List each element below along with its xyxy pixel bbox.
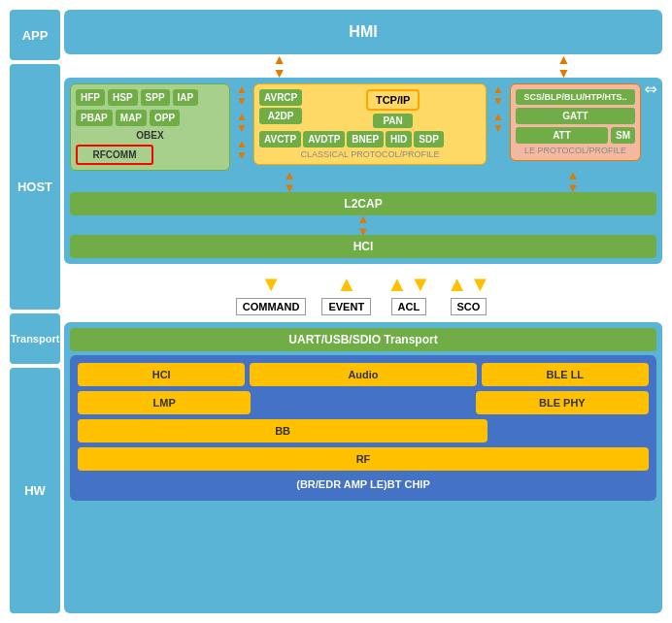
l2cap-arrows: ▲ ▼ ▲ ▼: [70, 175, 656, 188]
bt-profiles-area: HFP HSP SPP IAP PBAP MAP OPP OBEX RFCOMM: [70, 83, 230, 171]
a2dp-box: A2DP: [259, 108, 302, 124]
command-label: COMMAND: [236, 298, 307, 315]
transport-label: Transport: [10, 313, 60, 364]
hw-hci-box: HCI: [78, 363, 245, 386]
spp-box: SPP: [141, 89, 170, 106]
le-arrow-2: ▲ ▼: [492, 111, 504, 134]
chip-label: (BR/EDR AMP LE)BT CHIP: [78, 475, 649, 493]
diagram-container: APP HOST Transport HW HMI ▲ ▼ ▲ ▼: [0, 0, 672, 623]
app-label: APP: [10, 10, 60, 60]
bcs-box: SCS/BLP/BLU/HTP/HTS..: [516, 89, 635, 105]
le-arrow-1: ▲ ▼: [492, 83, 504, 107]
pbap-box: PBAP: [76, 110, 113, 126]
classical-label: CLASSICAL PROTOCOL/PROFILE: [259, 149, 481, 159]
classical-row2: AVCTP AVDTP BNEP HID SDP: [259, 131, 481, 148]
acl-up-arrow: ▲: [386, 272, 408, 297]
host-label: HOST: [10, 64, 60, 310]
hw-label: HW: [10, 368, 60, 613]
sm-box: SM: [611, 127, 635, 144]
bnep-box: BNEP: [347, 131, 384, 148]
hw-bb-box: BB: [78, 419, 487, 443]
sco-label: SCO: [451, 298, 487, 315]
event-group: ▲ EVENT: [321, 272, 371, 315]
proto-arrow-3: ▲ ▼: [236, 138, 248, 161]
le-label: LE PROTOCOL/PROFILE: [516, 146, 635, 155]
hw-audio-box: Audio: [250, 363, 476, 386]
hw-lmp-box: LMP: [78, 391, 251, 414]
command-down-arrow: ▼: [260, 272, 282, 297]
sco-group: ▲ ▼ SCO: [447, 272, 491, 315]
map-box: MAP: [116, 110, 147, 126]
obex-label: OBEX: [76, 130, 224, 141]
hmi-arrow-1: ▲ ▼: [273, 52, 286, 80]
host-section: HFP HSP SPP IAP PBAP MAP OPP OBEX RFCOMM: [64, 78, 662, 264]
iap-box: IAP: [173, 89, 199, 106]
hid-box: HID: [386, 131, 412, 148]
tcp-box: TCP/IP: [366, 89, 420, 111]
hw-row-1: HCI Audio BLE LL: [78, 363, 649, 386]
transport-section: ▼ COMMAND ▲ EVENT ▲ ▼ ACL: [64, 268, 662, 318]
le-protocol-area: SCS/BLP/BLU/HTP/HTS.. GATT ATT SM LE PRO…: [510, 83, 641, 161]
inner-arrows-2: ▲ ▼ ▲ ▼: [490, 83, 506, 134]
opp-box: OPP: [150, 110, 180, 126]
rfcomm-box: RFCOMM: [76, 145, 153, 165]
avdtp-box: AVDTP: [303, 131, 345, 148]
hmi-bar: HMI: [64, 10, 662, 54]
event-up-arrow: ▲: [336, 272, 357, 297]
sco-up-arrow: ▲: [447, 272, 468, 297]
acl-group: ▲ ▼ ACL: [386, 272, 431, 315]
proto-arrow-2: ▲ ▼: [236, 111, 248, 134]
pan-box: PAN: [373, 114, 412, 128]
command-group: ▼ COMMAND: [236, 272, 307, 315]
hfp-box: HFP: [76, 89, 105, 106]
hci-arrows: ▲ ▼: [70, 219, 656, 231]
hmi-arrows: ▲ ▼ ▲ ▼: [64, 58, 662, 74]
avctp-box: AVCTP: [259, 131, 301, 148]
right-blue-arrow: ⇕: [645, 83, 656, 96]
classical-protocol-area: AVRCP A2DP TCP/IP PAN AVCTP AVDTP BNEP H…: [253, 83, 487, 165]
profiles-row2: PBAP MAP OPP: [76, 110, 224, 126]
hmi-arrow-2: ▲ ▼: [556, 52, 570, 80]
hci-bar: HCI: [70, 235, 656, 258]
hw-ble-ll-box: BLE LL: [482, 363, 649, 386]
event-label: EVENT: [321, 298, 371, 315]
sco-down-arrow: ▼: [469, 272, 490, 297]
avrcp-box: AVRCP: [259, 89, 302, 106]
att-box: ATT: [516, 127, 608, 144]
acl-label: ACL: [391, 298, 427, 315]
proto-arrow-1: ▲ ▼: [236, 83, 248, 107]
hsp-box: HSP: [108, 89, 138, 106]
l2cap-arrow-1: ▲ ▼: [284, 169, 296, 194]
inner-arrows-1: ▲ ▼ ▲ ▼ ▲ ▼: [234, 83, 250, 161]
transport-bar: UART/USB/SDIO Transport: [70, 328, 656, 351]
hw-row-4: RF: [78, 447, 649, 471]
gatt-box: GATT: [516, 108, 635, 124]
hw-row-3: BB: [78, 419, 649, 443]
hw-rf-box: RF: [78, 447, 649, 471]
sdp-box: SDP: [414, 131, 444, 148]
hw-row-2: LMP BLE PHY: [78, 391, 649, 414]
profiles-row1: HFP HSP SPP IAP: [76, 89, 224, 106]
hw-ble-phy-box: BLE PHY: [476, 391, 649, 414]
acl-down-arrow: ▼: [410, 272, 431, 297]
protocol-section: HFP HSP SPP IAP PBAP MAP OPP OBEX RFCOMM: [70, 83, 656, 171]
hw-chips: HCI Audio BLE LL LMP BLE PHY BB RF: [70, 355, 656, 501]
left-labels: APP HOST Transport HW: [10, 10, 60, 613]
l2cap-arrow-2: ▲ ▼: [566, 169, 579, 194]
main-content: HMI ▲ ▼ ▲ ▼ HFP HSP SPP: [64, 10, 662, 613]
hw-section: UART/USB/SDIO Transport HCI Audio BLE LL…: [64, 322, 662, 613]
